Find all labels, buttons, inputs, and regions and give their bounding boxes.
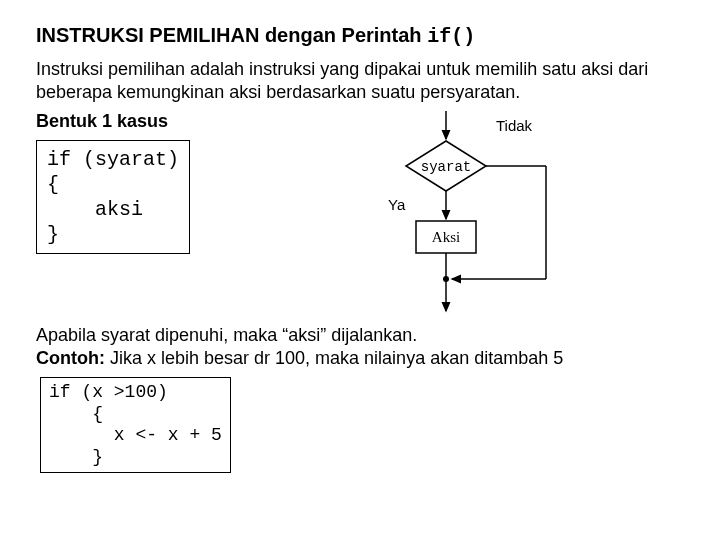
case1-subtitle: Bentuk 1 kasus bbox=[36, 111, 316, 132]
intro-paragraph: Instruksi pemilihan adalah instruksi yan… bbox=[36, 58, 684, 103]
explain-block: Apabila syarat dipenuhi, maka “aksi” dij… bbox=[36, 324, 684, 369]
explain-line-1: Apabila syarat dipenuhi, maka “aksi” dij… bbox=[36, 324, 684, 347]
contoh-label: Contoh: bbox=[36, 348, 105, 368]
title-code: if() bbox=[427, 25, 475, 48]
flowchart-action-text: Aksi bbox=[432, 229, 460, 245]
code-box-2: if (x >100) { x <- x + 5 } bbox=[40, 377, 231, 473]
title-prefix: INSTRUKSI PEMILIHAN dengan Perintah bbox=[36, 24, 427, 46]
flowchart: syarat Aksi Tidak Ya bbox=[336, 111, 576, 316]
code-box-1: if (syarat) { aksi } bbox=[36, 140, 190, 254]
explain-line-2: Contoh: Jika x lebih besar dr 100, maka … bbox=[36, 347, 684, 370]
case1-left: Bentuk 1 kasus if (syarat) { aksi } bbox=[36, 111, 316, 254]
flowchart-svg: syarat Aksi bbox=[336, 111, 576, 316]
flowchart-yes-label: Ya bbox=[388, 196, 405, 213]
page-title: INSTRUKSI PEMILIHAN dengan Perintah if() bbox=[36, 24, 684, 48]
contoh-text: Jika x lebih besar dr 100, maka nilainya… bbox=[105, 348, 563, 368]
flowchart-condition-text: syarat bbox=[421, 159, 471, 175]
flowchart-no-label: Tidak bbox=[496, 117, 532, 134]
case1-row: Bentuk 1 kasus if (syarat) { aksi } bbox=[36, 111, 684, 316]
